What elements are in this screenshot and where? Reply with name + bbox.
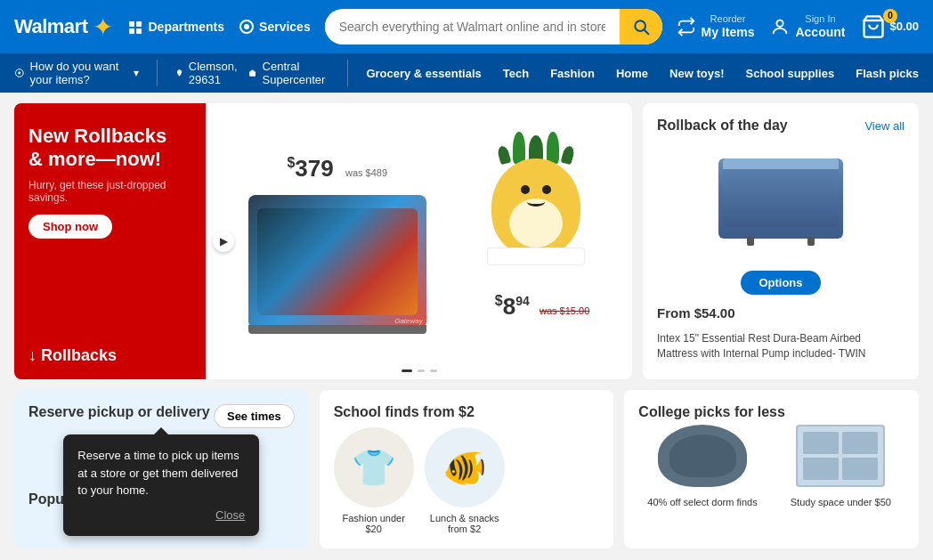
bean-bag-seat xyxy=(669,434,736,477)
chevron-down-icon: ▾ xyxy=(134,67,139,79)
school-item-snacks-label: Lunch & snacks from $2 xyxy=(425,513,505,534)
nav-link-fashion[interactable]: Fashion xyxy=(550,67,595,80)
hero-headline: New Rollbacks & more—now! xyxy=(28,125,191,172)
search-input[interactable] xyxy=(325,20,620,34)
signin-button[interactable]: Sign In Account xyxy=(770,13,845,40)
squish-face xyxy=(521,185,551,207)
search-icon xyxy=(632,18,650,36)
fashion-circle: 👕 xyxy=(334,427,414,507)
squish-platform xyxy=(487,248,585,265)
cart-button[interactable]: 0 $0.00 xyxy=(861,14,919,39)
squish-smile xyxy=(527,198,545,207)
departments-button[interactable]: Departments xyxy=(127,19,224,35)
hero-products: $379 was $489 Gateway xyxy=(206,103,632,379)
category-nav: Grocery & essentials Tech Fashion Home N… xyxy=(348,67,919,80)
svg-rect-2 xyxy=(129,28,134,34)
nav-link-school-supplies[interactable]: School supplies xyxy=(746,67,835,80)
svg-rect-3 xyxy=(136,28,142,34)
squishmallow-product: $894 was $15.00 xyxy=(483,145,589,338)
bean-bag-shape xyxy=(658,425,747,487)
view-all-link[interactable]: View all xyxy=(864,119,905,133)
laptop-price: $379 xyxy=(287,155,340,182)
services-label: Services xyxy=(259,20,311,34)
reorder-icon xyxy=(677,17,696,37)
services-button[interactable]: Services xyxy=(239,19,311,35)
pickup-card: Reserve pickup or delivery See times Res… xyxy=(14,390,309,548)
college-items-row: 40% off select dorm finds Study space un… xyxy=(638,420,905,507)
college-item-study[interactable]: Study space under $50 xyxy=(777,420,905,507)
snacks-circle: 🐠 xyxy=(425,427,505,507)
cube-cell xyxy=(803,458,839,480)
school-item-snacks[interactable]: 🐠 Lunch & snacks from $2 xyxy=(425,427,505,534)
squish-eyes xyxy=(521,185,551,194)
banner-dot-1[interactable] xyxy=(402,369,412,372)
location-icon xyxy=(175,67,183,79)
tooltip-close-link[interactable]: Close xyxy=(77,507,245,524)
svg-point-5 xyxy=(244,24,249,29)
delivery-bar: How do you want your items? ▾ Clemson, 2… xyxy=(0,53,933,93)
dorm-label: 40% off select dorm finds xyxy=(647,497,757,507)
nav-right: Reorder My Items Sign In Account 0 $0.00 xyxy=(677,13,919,40)
laptop-image: Gateway xyxy=(248,195,426,329)
signin-label: Sign In xyxy=(795,13,845,25)
location-text: Clemson, 29631 xyxy=(189,60,244,86)
cube-cell xyxy=(803,432,839,454)
college-card: College picks for less 40% off select do… xyxy=(624,390,919,548)
svg-line-7 xyxy=(644,29,648,34)
logo-text: Walmart xyxy=(14,15,87,38)
banner-dot-2[interactable] xyxy=(418,369,425,372)
rollbacks-label: ↓ Rollbacks xyxy=(28,346,191,365)
squishmallow-image xyxy=(483,145,589,270)
reorder-button[interactable]: Reorder My Items xyxy=(677,13,755,40)
options-button[interactable]: Options xyxy=(741,271,820,295)
see-times-button[interactable]: See times xyxy=(214,404,295,428)
nav-link-new-toys[interactable]: New toys! xyxy=(669,67,724,80)
delivery-selector[interactable]: How do you want your items? ▾ xyxy=(14,60,158,86)
nav-link-grocery[interactable]: Grocery & essentials xyxy=(366,67,481,80)
college-title: College picks for less xyxy=(638,404,785,419)
search-button[interactable] xyxy=(620,9,662,45)
nav-link-tech[interactable]: Tech xyxy=(503,67,529,80)
rollback-title: Rollback of the day xyxy=(657,118,788,134)
departments-label: Departments xyxy=(148,20,224,34)
rollback-header: Rollback of the day View all xyxy=(657,118,905,134)
shop-now-button[interactable]: Shop now xyxy=(28,215,112,239)
delivery-question: How do you want your items? xyxy=(30,60,128,86)
location-selector[interactable]: Clemson, 29631 Central Supercenter xyxy=(158,60,349,86)
account-icon xyxy=(770,17,790,37)
college-item-dorm[interactable]: 40% off select dorm finds xyxy=(638,420,766,507)
cube-cell xyxy=(842,458,878,480)
reorder-top-label: Reorder xyxy=(702,13,755,25)
departments-icon xyxy=(127,19,143,35)
hero-promo-panel: New Rollbacks & more—now! Hurry, get the… xyxy=(14,103,206,379)
banner-prev-button[interactable]: ▶ xyxy=(213,231,234,252)
walmart-logo[interactable]: Walmart ✦ xyxy=(14,12,113,42)
cube-cell xyxy=(842,432,878,454)
nav-link-home[interactable]: Home xyxy=(616,67,648,80)
mattress-legs xyxy=(747,237,815,246)
fashion-icon: 👕 xyxy=(352,447,396,489)
my-items-label: My Items xyxy=(702,25,755,40)
squish-body xyxy=(491,158,580,256)
banner-dots xyxy=(402,369,437,372)
school-item-fashion-label: Fashion under $20 xyxy=(334,513,414,534)
store-icon xyxy=(248,67,256,79)
nav-link-flash-picks[interactable]: Flash picks xyxy=(856,67,919,80)
svg-point-11 xyxy=(18,72,20,75)
rollback-panel: Rollback of the day View all Options Fro… xyxy=(643,103,919,379)
search-bar xyxy=(325,9,662,45)
squish-eye-left xyxy=(521,185,530,194)
cart-price: $0.00 xyxy=(889,20,919,33)
school-item-fashion[interactable]: 👕 Fashion under $20 xyxy=(334,427,414,534)
hero-section: New Rollbacks & more—now! Hurry, get the… xyxy=(14,103,632,379)
pickup-title: Reserve pickup or delivery xyxy=(28,404,210,419)
hero-subtext: Hurry, get these just-dropped savings. xyxy=(28,179,191,204)
delivery-icon xyxy=(14,65,25,81)
gateway-brand-label: Gateway xyxy=(394,317,423,325)
top-navigation: Walmart ✦ Departments Services xyxy=(0,0,933,53)
mattress-image xyxy=(718,158,843,239)
banner-dot-3[interactable] xyxy=(430,369,437,372)
account-label: Account xyxy=(795,25,845,40)
school-card: School finds from $2 👕 Fashion under $20… xyxy=(320,390,614,548)
mattress-leg-right xyxy=(807,237,815,246)
